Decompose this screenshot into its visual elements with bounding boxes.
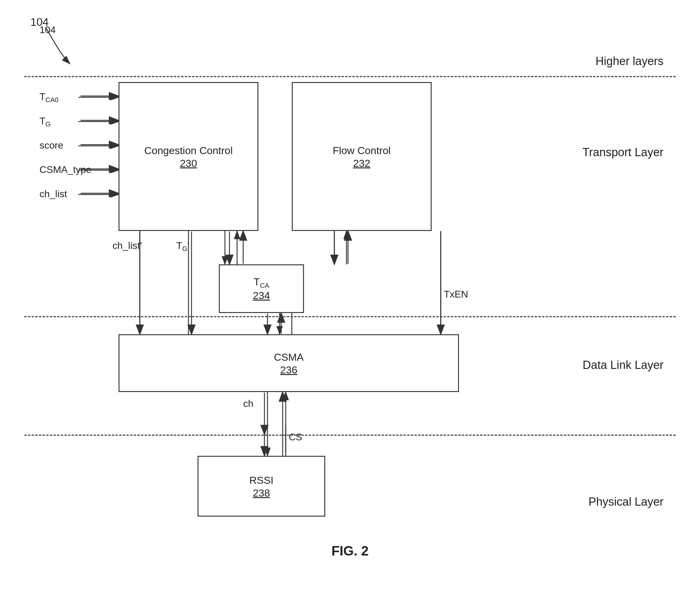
data-link-layer-label: Data Link Layer bbox=[583, 359, 664, 372]
cs-label: CS bbox=[289, 431, 302, 443]
tg-label: TG bbox=[39, 115, 51, 128]
rssi-title: RSSI bbox=[249, 474, 273, 487]
flow-control-number: 232 bbox=[353, 158, 370, 169]
ref-arrow-svg: 104 bbox=[30, 18, 91, 73]
csma-type-label: CSMA_type bbox=[39, 164, 91, 175]
rssi-number: 238 bbox=[253, 487, 270, 499]
tg-prime-label: TG' bbox=[176, 240, 189, 253]
ch-list-label: ch_list bbox=[39, 189, 67, 200]
transport-layer-label: Transport Layer bbox=[582, 146, 664, 159]
dashed-line-1 bbox=[24, 76, 676, 77]
csma-title: CSMA bbox=[274, 350, 304, 364]
tca0-label: TCA0 bbox=[39, 91, 58, 104]
txen-label: TxEN bbox=[444, 289, 468, 300]
svg-text:104: 104 bbox=[30, 18, 49, 28]
dashed-line-3 bbox=[24, 434, 676, 436]
congestion-control-box: Congestion Control 230 bbox=[118, 82, 258, 231]
csma-box: CSMA 236 bbox=[118, 334, 459, 392]
flow-control-box: Flow Control 232 bbox=[292, 82, 431, 231]
congestion-control-title: Congestion Control bbox=[144, 144, 232, 157]
ch-list-prime-label: ch_list' bbox=[112, 240, 142, 251]
ch-label: ch bbox=[243, 398, 253, 409]
figure-title: FIG. 2 bbox=[331, 543, 368, 559]
rssi-box: RSSI 238 bbox=[198, 456, 325, 517]
flow-control-title: Flow Control bbox=[333, 144, 391, 157]
dashed-line-2 bbox=[24, 316, 676, 317]
csma-number: 236 bbox=[280, 364, 298, 376]
physical-layer-label: Physical Layer bbox=[588, 495, 664, 508]
diagram-container: 104 104 Higher layers Transport Layer TC… bbox=[0, 0, 700, 595]
higher-layers-label: Higher layers bbox=[595, 55, 664, 68]
score-label: score bbox=[39, 140, 63, 151]
tca-box: TCA 234 bbox=[219, 264, 304, 313]
tca-number: 234 bbox=[253, 290, 270, 302]
congestion-control-number: 230 bbox=[180, 158, 197, 169]
